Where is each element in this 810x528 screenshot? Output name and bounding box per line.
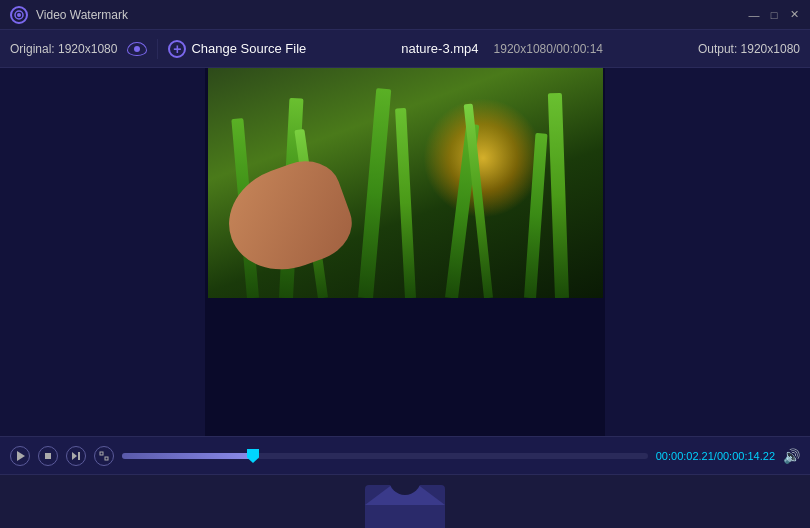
title-bar: Video Watermark — □ ✕: [0, 0, 810, 30]
progress-fill: [122, 453, 253, 459]
app-title: Video Watermark: [36, 8, 748, 22]
svg-rect-5: [100, 452, 103, 455]
file-info: nature-3.mp4 1920x1080/00:00:14: [316, 41, 688, 56]
svg-rect-4: [78, 452, 80, 460]
change-source-button[interactable]: + Change Source File: [168, 40, 306, 58]
close-button[interactable]: ✕: [788, 9, 800, 21]
original-resolution-label: Original: 1920x1080: [10, 42, 117, 56]
plus-circle-icon: +: [168, 40, 186, 58]
grass-9: [548, 93, 569, 298]
volume-icon[interactable]: 🔊: [783, 448, 800, 464]
right-panel: [605, 68, 810, 436]
fullscreen-button[interactable]: [94, 446, 114, 466]
progress-thumb: [247, 449, 259, 463]
watermark-area: + Text Watermark + Image Watermark: [0, 474, 810, 528]
video-thumbnail: [208, 68, 603, 298]
stop-icon: [44, 452, 52, 460]
grass-5: [395, 108, 416, 298]
left-panel: [0, 68, 205, 436]
minimize-button[interactable]: —: [748, 9, 760, 21]
time-display: 00:00:02.21/00:00:14.22: [656, 450, 775, 462]
progress-bar[interactable]: [122, 453, 648, 459]
step-forward-button[interactable]: [66, 446, 86, 466]
file-meta: 1920x1080/00:00:14: [494, 42, 603, 56]
preview-eye-icon[interactable]: [127, 42, 147, 56]
maximize-button[interactable]: □: [768, 9, 780, 21]
player-controls: 00:00:02.21/00:00:14.22 🔊: [0, 436, 810, 474]
main-area: [0, 68, 810, 436]
watermark-icon: [365, 475, 445, 528]
play-icon: [17, 451, 25, 461]
svg-rect-6: [105, 457, 108, 460]
file-name: nature-3.mp4: [401, 41, 478, 56]
svg-marker-3: [72, 452, 77, 460]
fullscreen-icon: [99, 451, 109, 461]
video-preview: [205, 68, 605, 436]
window-controls: — □ ✕: [748, 9, 800, 21]
svg-point-1: [17, 13, 21, 17]
toolbar-divider: [157, 39, 158, 59]
stop-button[interactable]: [38, 446, 58, 466]
output-resolution-label: Output: 1920x1080: [698, 42, 800, 56]
play-button[interactable]: [10, 446, 30, 466]
grass-4: [358, 88, 391, 298]
app-icon: [10, 6, 28, 24]
toolbar: Original: 1920x1080 + Change Source File…: [0, 30, 810, 68]
svg-rect-2: [45, 453, 51, 459]
step-forward-icon: [71, 451, 81, 461]
change-source-label: Change Source File: [191, 41, 306, 56]
